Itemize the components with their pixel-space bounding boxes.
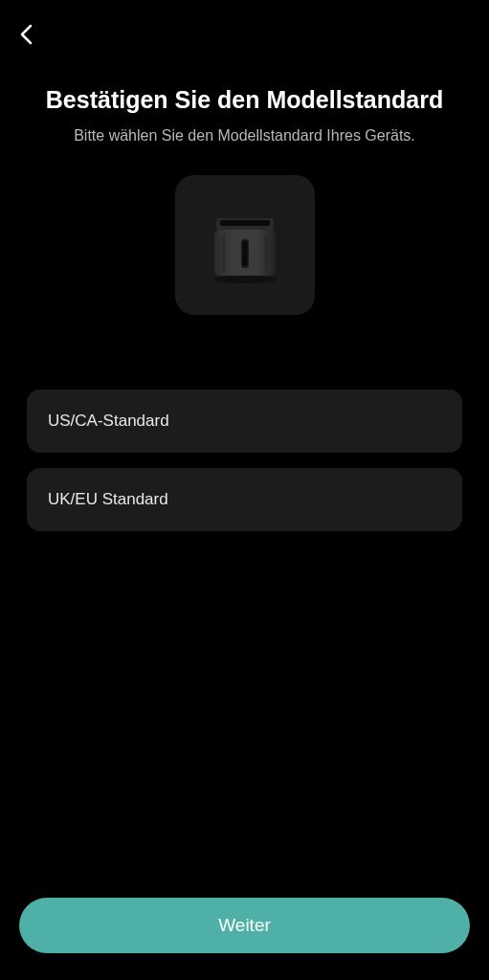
- product-image-card: [175, 175, 315, 315]
- option-uk-eu[interactable]: UK/EU Standard: [27, 468, 462, 531]
- option-label: UK/EU Standard: [48, 490, 168, 509]
- svg-rect-1: [220, 220, 270, 226]
- continue-button[interactable]: Weiter: [19, 898, 470, 953]
- header: [0, 0, 489, 50]
- svg-rect-5: [242, 241, 247, 266]
- options-list: US/CA-Standard UK/EU Standard: [27, 390, 462, 531]
- option-us-ca[interactable]: US/CA-Standard: [27, 390, 462, 453]
- back-button[interactable]: [19, 19, 50, 50]
- option-label: US/CA-Standard: [48, 412, 169, 431]
- chevron-left-icon: [19, 24, 33, 45]
- air-fryer-icon: [197, 197, 293, 293]
- main-content: Bestätigen Sie den Modellstandard Bitte …: [0, 50, 489, 898]
- footer: Weiter: [0, 898, 489, 980]
- page-subtitle: Bitte wählen Sie den Modellstandard Ihre…: [74, 127, 415, 145]
- svg-point-8: [212, 276, 278, 283]
- page-title: Bestätigen Sie den Modellstandard: [46, 86, 443, 114]
